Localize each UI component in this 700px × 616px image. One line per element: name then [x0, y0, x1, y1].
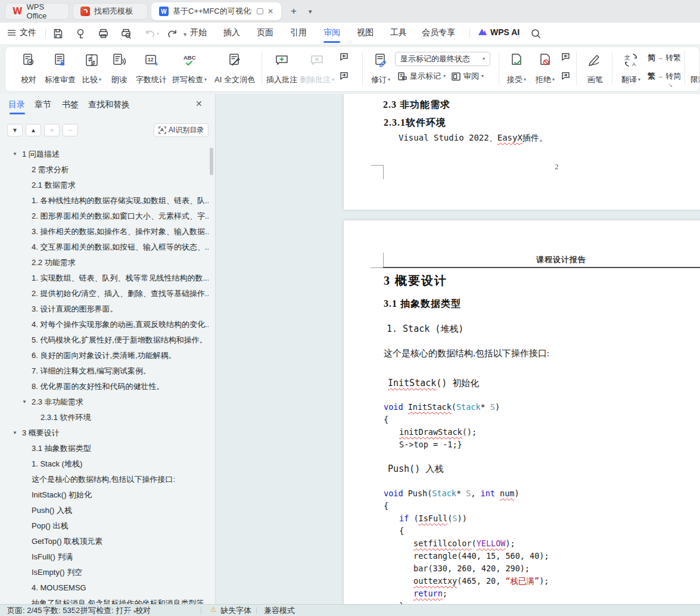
- spell-check-button[interactable]: ABC 拼写检查▾: [170, 47, 209, 90]
- toc-item[interactable]: ▼ Push() 入栈: [0, 503, 209, 518]
- tab-list-caret-icon[interactable]: ▾: [309, 8, 312, 15]
- toc-item[interactable]: ▼ 4. 对每个操作实现形象的动画,直观反映结构的变化...: [0, 317, 209, 332]
- toc-item[interactable]: ▼ GetTop() 取栈顶元素: [0, 534, 209, 549]
- toc-item[interactable]: ▼ 2. 图形界面相关的数据,如窗口大小、元素样式、字...: [0, 209, 209, 224]
- insert-comment-button[interactable]: 插入批注: [265, 47, 298, 90]
- collapse-arrow-icon[interactable]: ▼: [22, 394, 27, 410]
- menu-tab-tools[interactable]: 工具: [381, 27, 416, 38]
- delete-comment-button[interactable]: 删除批注▾: [298, 47, 335, 90]
- open-in-window-icon[interactable]: [257, 8, 263, 14]
- review-pane-button[interactable]: 审阅▾: [451, 71, 484, 82]
- group-expand-icon[interactable]: ↘: [668, 82, 673, 88]
- standard-review-button[interactable]: 标准审查: [43, 47, 77, 90]
- undo-caret-icon[interactable]: ▾: [157, 32, 159, 36]
- toc-item[interactable]: ▼ 3 概要设计: [0, 425, 209, 441]
- document-page-3[interactable]: 课程设计报告 3 概要设计 3.1 抽象数据类型 1. Stack (堆栈) 这…: [344, 220, 700, 604]
- toc-item[interactable]: ▼ 6. 良好的面向对象设计,类清晰,功能解耦。: [0, 348, 209, 363]
- proofread-button[interactable]: 校对: [14, 47, 43, 90]
- tab-document[interactable]: W 基于C++MFC的可视化线性表 ✕: [151, 2, 281, 20]
- status-missing-font[interactable]: 缺失字体: [220, 605, 251, 616]
- menu-tab-insert[interactable]: 插入: [214, 27, 249, 38]
- previous-comment-button[interactable]: [339, 52, 349, 62]
- menu-tab-start[interactable]: 开始: [181, 27, 216, 38]
- document-page-2[interactable]: 2.3 非功能需求 2.3.1软件环境 Visual Studio 2022、E…: [344, 94, 700, 210]
- ai-polish-button[interactable]: AI 全文润色: [209, 47, 260, 90]
- sidebar-tab-find-replace[interactable]: 查找和替换: [88, 99, 130, 110]
- accept-change-button[interactable]: 接受▾: [502, 47, 531, 90]
- save-icon[interactable]: [52, 28, 64, 39]
- toc-item[interactable]: ▼ 4. MOUSEMSG: [0, 580, 209, 596]
- collapse-arrow-icon[interactable]: ▼: [13, 147, 17, 162]
- sidebar-close-icon[interactable]: ✕: [195, 99, 203, 108]
- toc-zoom-out-button[interactable]: −: [63, 124, 78, 136]
- status-compat-mode[interactable]: 兼容模式: [264, 605, 295, 616]
- toc-item[interactable]: ▼ 5. 代码模块化,扩展性好,便于新增数据结构和操作。: [0, 332, 209, 348]
- toc-item[interactable]: ▼ 2 需求分析: [0, 162, 209, 178]
- search-icon[interactable]: [530, 28, 542, 39]
- toc-item[interactable]: ▼ 8. 优化界面的友好性和代码的健壮性。: [0, 379, 209, 394]
- close-tab-icon[interactable]: ✕: [267, 7, 273, 15]
- toc-item[interactable]: ▼ 1. 各种线性结构的数据存储实现,如数组、链表、队...: [0, 193, 209, 209]
- markup-state-select[interactable]: 显示标记的最终状态 ▾: [395, 52, 490, 66]
- status-spell-check[interactable]: 拼写检查: 打开 ▾: [80, 605, 136, 616]
- redo-icon[interactable]: [167, 28, 178, 39]
- toc-item[interactable]: ▼ InitStack() 初始化: [0, 487, 209, 503]
- toc-item[interactable]: ▼ 2. 提供初始化/清空、插入、删除、查找等基础操作...: [0, 286, 209, 301]
- output-pdf-icon[interactable]: [75, 28, 86, 39]
- file-menu[interactable]: 文件: [7, 27, 36, 38]
- toc-item[interactable]: ▼ IsFull() 判满: [0, 549, 209, 565]
- compare-button[interactable]: 比较▾: [77, 47, 107, 90]
- tab-wps-home[interactable]: W WPS Office: [5, 3, 69, 20]
- read-aloud-button[interactable]: 朗读: [105, 47, 133, 90]
- sidebar-tab-sections[interactable]: 章节: [35, 99, 51, 110]
- show-markup-button[interactable]: 显示标记▾: [397, 71, 446, 82]
- ai-detect-toc-button[interactable]: AI识别目录: [154, 123, 209, 137]
- toc-item[interactable]: ▼ 3.1 抽象数据类型: [0, 441, 209, 456]
- toc-item[interactable]: ▼ 抽象了鼠标消息,包含鼠标操作的坐标和消息类型等: [0, 596, 209, 604]
- sidebar-tab-toc[interactable]: 目录: [8, 99, 25, 110]
- toc-item[interactable]: ▼ 这个是核心的数据结构,包括以下操作接口:: [0, 472, 209, 487]
- toc-item[interactable]: ▼ IsEmpty() 判空: [0, 565, 209, 580]
- traditional-to-simplified-button[interactable]: 繁→ 转简: [648, 71, 681, 82]
- print-icon[interactable]: [98, 28, 109, 39]
- toc-item[interactable]: ▼ 2.1 数据需求: [0, 178, 209, 193]
- toc-item[interactable]: ▼ 1 问题描述: [0, 147, 209, 162]
- status-proofread[interactable]: 校对: [135, 605, 151, 616]
- previous-change-button[interactable]: [561, 52, 571, 62]
- toc-zoom-in-button[interactable]: +: [44, 124, 60, 136]
- menu-tab-view[interactable]: 视图: [348, 27, 382, 38]
- sidebar-tab-bookmarks[interactable]: 书签: [62, 99, 79, 110]
- toc-item[interactable]: ▼ 2.3 非功能需求: [0, 394, 209, 410]
- simplified-to-traditional-button[interactable]: 简→ 转繁: [648, 52, 681, 63]
- toc-item[interactable]: ▼ 7. 详细的注释文档,编写测试案例。: [0, 363, 209, 379]
- word-count-button[interactable]: 12+ 字数统计: [133, 47, 170, 90]
- translate-button[interactable]: 文A 翻译▾: [617, 47, 645, 90]
- toc-expand-all-button[interactable]: ▼: [7, 124, 23, 136]
- menu-tab-review[interactable]: 审阅: [315, 27, 349, 38]
- tab-docer[interactable]: 找稻壳模板: [73, 3, 148, 20]
- toc-item[interactable]: ▼ 2.3.1 软件环境: [0, 410, 209, 425]
- next-change-button[interactable]: [561, 71, 571, 81]
- collapse-arrow-icon[interactable]: ▼: [13, 425, 17, 441]
- wps-ai-button[interactable]: WPS AI: [478, 27, 519, 37]
- toc-item[interactable]: ▼ Pop() 出栈: [0, 518, 209, 534]
- toc-item[interactable]: ▼ 3. 设计直观的图形界面。: [0, 301, 209, 317]
- track-changes-button[interactable]: 修订▾: [366, 47, 395, 90]
- ink-pen-button[interactable]: 画笔: [581, 47, 609, 90]
- menu-tab-member[interactable]: 会员专享: [415, 27, 462, 38]
- restrict-edit-button[interactable]: 限制编辑: [689, 47, 700, 90]
- menu-tab-page[interactable]: 页面: [248, 27, 282, 38]
- menu-tab-reference[interactable]: 引用: [281, 27, 316, 38]
- toc-item[interactable]: ▼ 4. 交互界面相关的数据,如按钮、输入框等的状态、...: [0, 239, 209, 255]
- print-preview-icon[interactable]: [120, 28, 132, 39]
- new-tab-icon[interactable]: +: [291, 5, 297, 17]
- sidebar-scrollbar-thumb[interactable]: [210, 148, 213, 175]
- toc-item[interactable]: ▼ 2.2 功能需求: [0, 255, 209, 270]
- toc-collapse-all-button[interactable]: ▲: [26, 124, 41, 136]
- next-comment-button[interactable]: [339, 71, 349, 81]
- toc-item[interactable]: ▼ 3. 操作相关的数据,如操作名、操作对象、输入数据...: [0, 224, 209, 239]
- reject-change-button[interactable]: 拒绝▾: [531, 47, 559, 90]
- toc-item[interactable]: ▼ 1. Stack (堆栈): [0, 456, 209, 472]
- toc-item[interactable]: ▼ 1. 实现数组、链表、队列、栈等常见线性结构的数...: [0, 270, 209, 286]
- undo-icon[interactable]: [144, 28, 155, 39]
